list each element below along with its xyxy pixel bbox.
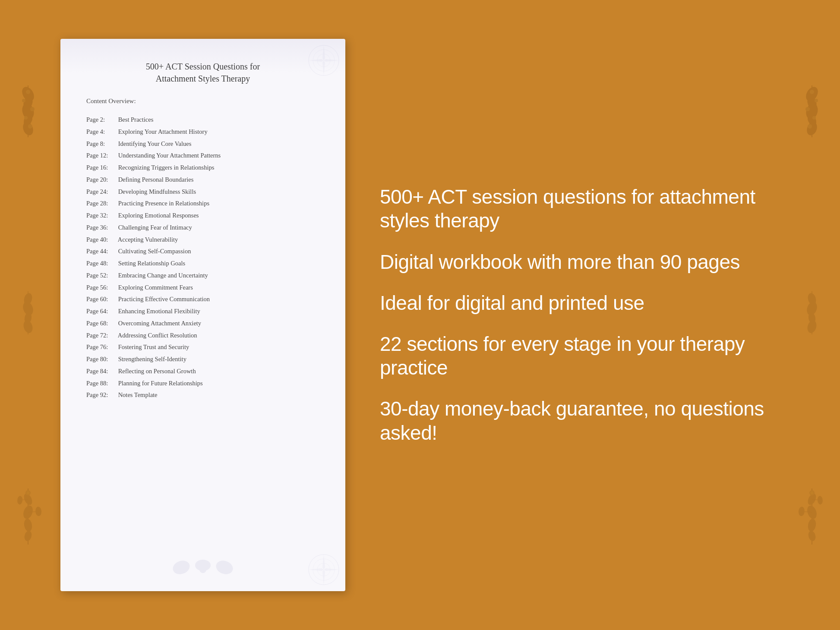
svg-point-34 [815,99,818,102]
toc-item: Page 24: Developing Mindfulness Skills [86,187,319,197]
toc-item: Page 36: Challenging Fear of Intimacy [86,223,319,233]
toc-item: Page 52: Embracing Change and Uncertaint… [86,271,319,280]
feature-feature-5: 30-day money-back guarantee, no question… [380,397,780,444]
feature-feature-4: 22 sections for every stage in your ther… [380,332,780,380]
toc-item: Page 2: Best Practices [86,115,319,125]
svg-point-8 [30,107,35,111]
svg-point-10 [28,124,32,129]
svg-point-62 [214,558,235,576]
svg-point-46 [817,495,823,504]
main-container: 500+ ACT Session Questions for Attachmen… [0,0,840,630]
svg-point-15 [22,319,34,334]
svg-point-9 [24,116,28,120]
toc-item: Page 48: Setting Relationship Goals [86,259,319,268]
toc-item: Page 92: Notes Template [86,391,319,400]
toc-item: Page 4: Exploring Your Attachment Histor… [86,127,319,137]
toc-item: Page 8: Identifying Your Core Values [86,139,319,149]
features-panel: 500+ ACT session questions for attachmen… [371,185,780,445]
toc-item: Page 40: Accepting Vulnerability [86,235,319,245]
toc-item: Page 72: Addressing Conflict Resolution [86,331,319,340]
document-title: 500+ ACT Session Questions for Attachmen… [86,60,319,85]
svg-point-49 [798,506,805,516]
feature-feature-1: 500+ ACT session questions for attachmen… [380,185,780,233]
toc-item: Page 76: Fostering Trust and Security [86,343,319,352]
watermark-top-right [306,43,341,78]
toc-item: Page 68: Overcoming Attachment Anxiety [86,319,319,328]
svg-point-22 [35,506,42,516]
svg-point-50 [807,518,817,532]
svg-point-51 [807,530,817,542]
floral-decoration-right [784,0,840,630]
toc-item: Page 88: Planning for Future Relationshi… [86,379,319,388]
svg-point-37 [808,124,812,129]
toc-item: Page 56: Exploring Commitment Fears [86,283,319,293]
toc-item: Page 28: Practicing Presence in Relation… [86,199,319,208]
toc-item: Page 84: Reflecting on Personal Growth [86,367,319,376]
toc-item: Page 12: Understanding Your Attachment P… [86,151,319,161]
table-of-contents: Page 2: Best PracticesPage 4: Exploring … [86,115,319,400]
svg-point-63 [199,566,206,573]
svg-point-24 [23,530,33,542]
floral-decoration-left [0,0,56,630]
watermark-bottom-right [306,552,341,587]
toc-item: Page 16: Recognizing Triggers in Relatio… [86,163,319,173]
svg-point-23 [23,518,33,532]
svg-point-42 [806,319,818,334]
toc-item: Page 44: Cultivating Self-Compassion [86,247,319,256]
toc-item: Page 32: Exploring Emotional Responses [86,211,319,220]
svg-point-5 [21,121,35,137]
toc-item: Page 20: Defining Personal Boundaries [86,175,319,185]
toc-item: Page 80: Strengthening Self-Identity [86,355,319,364]
svg-point-53 [811,491,813,494]
feature-feature-3: Ideal for digital and printed use [380,291,780,315]
document-panel: 500+ ACT Session Questions for Attachmen… [60,39,345,591]
toc-item: Page 60: Practicing Effective Communicat… [86,295,319,304]
svg-point-35 [805,107,810,111]
content-overview-label: Content Overview: [86,98,319,105]
svg-point-7 [22,99,25,102]
svg-point-32 [805,121,819,137]
svg-point-26 [27,491,29,494]
svg-point-60 [171,558,192,576]
feature-feature-2: Digital workbook with more than 90 pages [380,250,780,274]
svg-point-36 [812,116,816,120]
toc-item: Page 64: Enhancing Emotional Flexibility [86,307,319,316]
svg-point-6 [26,90,30,94]
bottom-watermark [160,557,246,578]
svg-point-19 [17,495,23,504]
svg-point-33 [810,90,814,94]
